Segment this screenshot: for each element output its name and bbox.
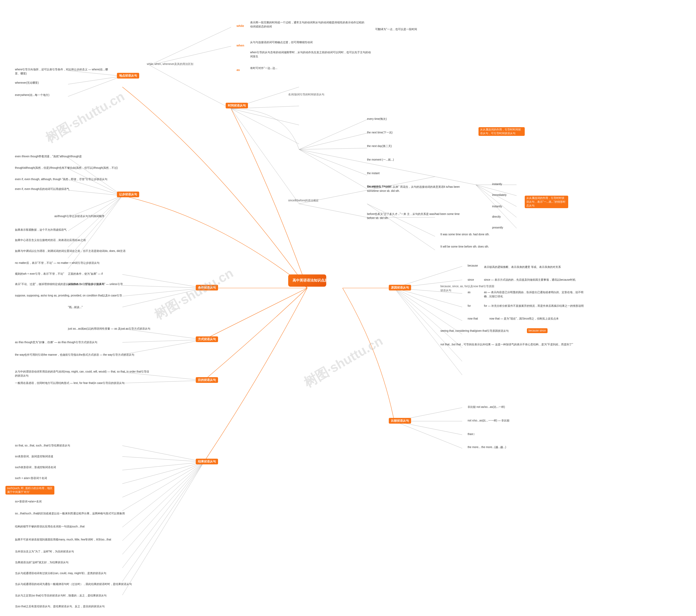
moment: the moment (一...就...) xyxy=(367,158,394,162)
highlight-such: such(such, 即, 面积小的分布用，地区属于中间属于'对方' xyxy=(5,486,54,495)
now-that-desc-node: now that — 是为"现在"，因Since用之，但刚实上设实点本 xyxy=(489,317,559,321)
if-not-result: 如果不可多对谈语发现到基因应用着many, much, little, few等… xyxy=(15,537,111,541)
as-cause-desc-node: as — 表示内容是已分明显的因由，告诉提出已通知或者明白的、定形在地，说不明确… xyxy=(484,290,587,298)
svg-line-44 xyxy=(122,380,204,383)
so-that-desc-node: so that, so...that, such...that引导结果状语从句 xyxy=(15,443,70,448)
while-note: 可翻译为"一点，也可以是一段时间 xyxy=(375,27,417,31)
while-desc: 表示两一段完整的时间或一个过程，通常主句的动词和从句的动词都是持续性的表示动作过… xyxy=(250,20,364,29)
wherever-desc-node: wherever(无论哪里) xyxy=(15,81,39,85)
everywhere-desc-node: everywhere(在...每一个地方) xyxy=(15,93,49,97)
svg-line-62 xyxy=(122,462,204,497)
exp2-node: It will be some time before sth. does st… xyxy=(440,245,489,249)
can-could-node: 当从与或通谓语动词有过状分析(can, could, may, might等)，… xyxy=(15,571,106,575)
svg-line-6 xyxy=(299,119,367,149)
as-if-though-node: as if/as though意为"好像，仿佛" — as if/as thou… xyxy=(15,340,97,344)
not-xso-node: not x/so...as(比...一一样) — 非比较 xyxy=(468,419,509,423)
highlight-instantly: 从从属连词的作用，引导时时状语从句，表示"一...就..."的情形时态从句 xyxy=(525,196,568,208)
instantly2-node: instantly xyxy=(492,204,502,208)
as-though-desc2: 如果中心语言含义在位接绝对的话，则表语比应用在as之前 xyxy=(15,238,86,242)
lest-node: 一般用在喜虑语，但同时地方可以用结构形式 — lest, for fear th… xyxy=(15,381,125,385)
svg-line-4 xyxy=(231,109,299,125)
presently-node: presently xyxy=(492,226,503,230)
for-cause-node: for xyxy=(468,304,471,308)
the-more-node: the more... the more...(越...越...) xyxy=(468,445,506,449)
svg-line-9 xyxy=(299,149,367,163)
branch-cause: 原因状语从句 xyxy=(389,285,411,291)
branch-time: 时间状语从句 xyxy=(226,103,248,109)
svg-line-25 xyxy=(68,76,122,84)
svg-line-50 xyxy=(394,288,462,334)
svg-line-38 xyxy=(122,288,204,296)
svg-line-61 xyxy=(122,462,204,484)
svg-line-37 xyxy=(122,285,204,288)
branch-step: 让步状语从句 xyxy=(117,192,139,197)
result-clause-node: 当果就语法的"这样"就文好，为结果状语从句 xyxy=(15,560,68,564)
svg-line-7 xyxy=(299,133,367,149)
just-as-node: just as...as就as(以)的用语间性变量 — as 及just as引… xyxy=(68,327,151,331)
now-that-node: now that xyxy=(468,317,478,321)
main-clause-node: 当本语法含义为"为了，这样"时，为目的状语从句 xyxy=(15,549,74,553)
svg-line-22 xyxy=(367,204,435,237)
svg-line-19 xyxy=(299,204,367,217)
than-node: than□ xyxy=(468,432,475,436)
as-though-desc3: 如果与中调试以位为谓语，则调试词的词位置词在之前，但不主语是助动词do, doe… xyxy=(15,249,126,253)
so-adj-result-note: 结构的细节不够的答语比应用在名词前一句语如such...that xyxy=(15,524,84,529)
suppose-node: suppose, supposing, as/so long as, provi… xyxy=(15,293,122,297)
svg-line-42 xyxy=(122,340,204,355)
highlight-time-noun: 从从属连词的作用，引导时时间状语从句，可引导时间状语从句 xyxy=(478,127,525,136)
where-desc-node: where引导方向场所，还可以表引导条件，对比和让步的含义 — where(在.… xyxy=(15,67,113,76)
since-pt-node: since都含义："自从...以来" 而花生，从句的连接动词的表意英语It is… xyxy=(367,185,462,193)
may-might-node: 从与中的谓语语动词常用目的的语气动词(may, might, can, coul… xyxy=(15,370,151,378)
so-that-final-node: 当so that之后有直结状语从句、是结果状语从句、反之，是目的的状语从句 xyxy=(15,604,105,609)
svg-line-57 xyxy=(394,421,462,448)
exp1-node: It was some time since sb. had done sth. xyxy=(440,232,490,237)
as-though-intro: as/though引导让步状语从句与列例词顺序 xyxy=(54,214,105,218)
though-node: though/although(虽然，但是)/though也有不够自由(虽然，但… xyxy=(15,166,118,170)
when-label: when xyxy=(237,44,244,48)
svg-line-35 xyxy=(68,196,122,269)
such-adj-node: such表形容词，形成控制词语名词 xyxy=(15,465,56,469)
branch-place: 地点状语从句 xyxy=(117,73,139,79)
svg-line-58 xyxy=(122,445,204,462)
time-while-when-label: while, when, whenever及其的用法区别 xyxy=(147,62,193,66)
svg-line-29 xyxy=(68,179,122,196)
watermark-1: 树图·shuttu.cn xyxy=(43,88,128,147)
next-day: the next day(第二天) xyxy=(367,144,392,148)
before-pt-node: before也表义"过了多久才..."一来 主，从句的关系是 was/had b… xyxy=(367,212,462,220)
svg-line-41 xyxy=(122,340,204,342)
svg-line-60 xyxy=(122,462,204,470)
if-cond-node: 正面的条件，使为"如果" — if xyxy=(68,272,103,276)
branch-compare: 比较状语从句 xyxy=(389,418,411,424)
svg-line-11 xyxy=(299,149,367,189)
when-desc: 从与与连接语的词可精确点过渡，但可用继续性动词 xyxy=(250,40,313,44)
instantly1-node: instantly xyxy=(492,182,502,186)
directly-node: directly xyxy=(492,215,501,219)
next-time: the next time(下一次) xyxy=(367,130,393,134)
no-matter-node: no matter后，表示"不管，不论" — no matter + wh词引导… xyxy=(15,261,99,265)
bi-bi-node: "既...就该..." xyxy=(68,305,83,309)
svg-line-49 xyxy=(394,288,462,321)
so-that-order-node: 当从与之定里(so that)引导目的状语从句时，除最的；反之，是结果状语从句 xyxy=(15,594,107,598)
center-node: 高中英语语法知识点总结之状语从句 xyxy=(288,274,326,287)
svg-line-66 xyxy=(122,462,204,554)
watermark-3: 树图·shuttu.cn xyxy=(151,264,237,324)
svg-line-16 xyxy=(476,185,517,217)
svg-line-68 xyxy=(122,462,204,582)
instant: the instant xyxy=(367,171,380,175)
branch-purpose: 目的状语从句 xyxy=(196,377,218,383)
watermark-2: 树图·shuttu.cn xyxy=(301,332,386,392)
svg-line-51 xyxy=(394,288,462,348)
svg-line-26 xyxy=(68,76,122,96)
since-desc-node: since — 表示方式说的的，先后提及到做前因主要事项，通讯以because时… xyxy=(484,278,575,282)
svg-line-52 xyxy=(394,288,462,361)
branch-result: 结果状语从句 xyxy=(196,459,218,464)
branch-condition: 条件状语从句 xyxy=(196,285,218,291)
even-though-note-node: even if, even though后的动词可以用虚拟语气 xyxy=(15,187,69,191)
that-so-desc-node: so...that/such...that的区别或者是以在一般来到而通过程序分离… xyxy=(15,512,125,516)
svg-line-65 xyxy=(122,462,204,541)
svg-line-67 xyxy=(122,462,204,568)
as-though-desc1: 如果表示客观数据，这个不允许用虚拟语气 xyxy=(15,228,67,232)
the-way-node: the way也作可用到引词the manner，也做前引导指出the形式方式状… xyxy=(15,353,134,357)
svg-line-27 xyxy=(68,158,122,196)
because-since-group: because, since, as, for以及now that引导原因状语从… xyxy=(440,284,495,292)
